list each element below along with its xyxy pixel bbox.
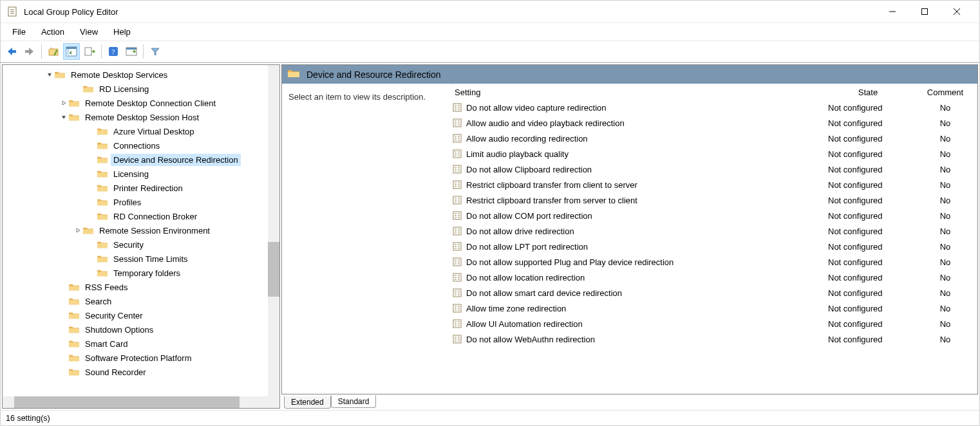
column-setting[interactable]: Setting [451,85,823,100]
properties-button[interactable] [123,43,140,60]
tab-standard[interactable]: Standard [331,395,377,408]
vertical-scrollbar[interactable] [268,65,279,396]
svg-rect-109 [453,304,461,312]
setting-row[interactable]: Restrict clipboard transfer from server … [451,192,977,208]
svg-rect-116 [453,320,461,328]
export-button[interactable] [81,43,98,60]
chevron-down-icon[interactable] [59,114,68,120]
setting-state: Not configured [823,227,913,236]
setting-row[interactable]: Limit audio playback qualityNot configur… [451,146,977,162]
setting-row[interactable]: Do not allow smart card device redirecti… [451,285,977,301]
tree-item[interactable]: Software Protection Platform [3,351,279,365]
setting-row[interactable]: Restrict clipboard transfer from client … [451,177,977,192]
setting-row[interactable]: Do not allow LPT port redirectionNot con… [451,239,977,254]
tree-item[interactable]: Shutdown Options [3,322,279,337]
column-state[interactable]: State [823,85,913,100]
details-panel: Device and Resource Redirection Select a… [281,64,978,409]
tree-panel: Remote Desktop ServicesRD LicensingRemot… [2,64,280,409]
tree-item[interactable]: Remote Desktop Services [3,68,279,82]
tree-item[interactable]: RSS Feeds [3,280,279,294]
setting-row[interactable]: Do not allow supported Plug and Play dev… [451,254,977,270]
setting-row[interactable]: Allow time zone redirectionNot configure… [451,301,977,316]
setting-row[interactable]: Allow audio and video playback redirecti… [451,115,977,131]
help-button[interactable]: ? [105,43,122,60]
setting-name: Restrict clipboard transfer from client … [466,180,637,190]
details-tabs: Extended Standard [281,394,978,409]
show-hide-tree-button[interactable] [63,43,80,60]
policy-icon [452,272,462,282]
setting-row[interactable]: Allow audio recording redirectionNot con… [451,131,977,146]
filter-button[interactable] [147,43,164,60]
menu-view[interactable]: View [73,24,104,39]
chevron-down-icon[interactable] [45,71,54,78]
toolbar-separator [41,44,42,59]
tree-item[interactable]: Security [3,237,279,252]
close-button[interactable] [941,1,973,23]
menu-help[interactable]: Help [107,24,137,39]
list-header: Setting State Comment [451,84,977,100]
scrollbar-thumb[interactable] [14,396,240,408]
tree-view[interactable]: Remote Desktop ServicesRD LicensingRemot… [3,65,279,396]
chevron-right-icon[interactable] [73,227,82,234]
minimize-button[interactable] [876,1,909,23]
tree-item[interactable]: Remote Session Environment [3,223,279,237]
svg-rect-11 [66,47,77,49]
tree-item[interactable]: Security Center [3,308,279,322]
tree-item[interactable]: RD Licensing [3,82,279,96]
tree-item[interactable]: Smart Card [3,337,279,351]
description-column: Select an item to view its description. [282,84,451,394]
tree-item[interactable]: Remote Desktop Session Host [3,110,279,124]
tree-item[interactable]: Remote Desktop Connection Client [3,96,279,110]
setting-row[interactable]: Allow UI Automation redirectionNot confi… [451,316,977,331]
svg-rect-67 [453,212,461,219]
tree-item-label: Shutdown Options [82,324,156,336]
tree-item[interactable]: Printer Redirection [3,181,279,195]
tree-item[interactable]: Azure Virtual Desktop [3,124,279,138]
setting-row[interactable]: Do not allow drive redirectionNot config… [451,223,977,239]
tab-extended[interactable]: Extended [284,396,331,409]
horizontal-scrollbar[interactable] [3,396,279,408]
settings-list[interactable]: Do not allow video capture redirectionNo… [451,100,977,394]
setting-row[interactable]: Do not allow Clipboard redirectionNot co… [451,162,977,177]
setting-row[interactable]: Do not allow video capture redirectionNo… [451,100,977,115]
setting-row[interactable]: Do not allow location redirectionNot con… [451,270,977,285]
tree-item[interactable]: Search [3,294,279,308]
tree-item-label: Remote Desktop Session Host [82,111,202,124]
setting-row[interactable]: Do not allow WebAuthn redirectionNot con… [451,331,977,347]
chevron-right-icon[interactable] [59,100,68,106]
tree-item-label: Sound Recorder [82,366,149,378]
svg-rect-46 [453,165,461,173]
setting-row[interactable]: Do not allow COM port redirectionNot con… [451,208,977,223]
forward-button[interactable] [21,43,38,60]
window-controls [876,1,973,23]
svg-rect-8 [12,50,16,53]
setting-state: Not configured [823,288,913,298]
folder-icon [97,211,108,221]
tree-item[interactable]: Profiles [3,195,279,209]
setting-comment: No [913,211,977,221]
menu-action[interactable]: Action [35,24,71,39]
tree-item[interactable]: Sound Recorder [3,365,279,379]
setting-name: Do not allow COM port redirection [466,211,592,221]
folder-icon [68,98,80,108]
back-button[interactable] [3,43,20,60]
setting-comment: No [913,319,977,329]
tree-item[interactable]: Temporary folders [3,266,279,280]
column-comment[interactable]: Comment [913,85,977,100]
tree-item[interactable]: Connections [3,138,279,153]
toolbar-separator [101,44,102,59]
tree-item[interactable]: Licensing [3,167,279,181]
statusbar: 16 setting(s) [1,410,979,425]
tree-item-label: RD Connection Broker [111,210,200,223]
tree-item-label: RD Licensing [97,83,151,95]
folder-icon [97,239,108,250]
up-button[interactable] [45,43,62,60]
maximize-button[interactable] [909,1,941,23]
tree-item[interactable]: Device and Resource Redirection [3,153,279,167]
menu-file[interactable]: File [6,24,32,39]
policy-icon [452,288,462,298]
tree-item[interactable]: Session Time Limits [3,252,279,266]
tree-item[interactable]: RD Connection Broker [3,209,279,223]
scrollbar-thumb[interactable] [268,242,279,297]
tree-item-label: Remote Desktop Connection Client [82,97,218,109]
